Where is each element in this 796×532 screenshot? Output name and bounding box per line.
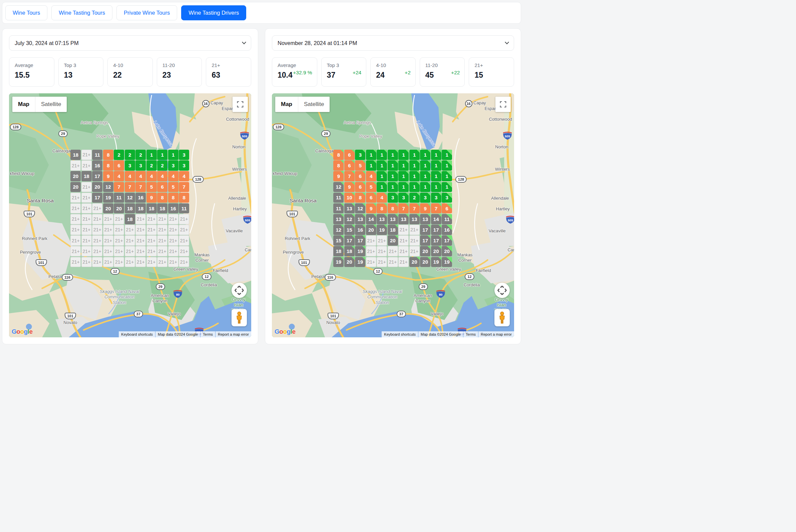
grid-cell[interactable]: 18 [388, 225, 398, 235]
grid-cell[interactable]: 12 [355, 203, 365, 214]
grid-cell[interactable]: 2 [157, 160, 167, 171]
fullscreen-button[interactable] [495, 97, 511, 112]
map-type-map-button[interactable]: Map [275, 97, 298, 112]
grid-cell[interactable]: 1 [157, 150, 167, 160]
tab-wine-tasting-tours[interactable]: Wine Tasting Tours [51, 5, 112, 20]
grid-cell[interactable]: 21+ [398, 225, 409, 235]
grid-cell[interactable]: 4 [377, 193, 387, 203]
grid-cell[interactable]: 17 [92, 193, 103, 203]
grid-cell[interactable]: 13 [333, 214, 344, 224]
grid-cell[interactable]: 21+ [377, 235, 387, 246]
report-map-error-link[interactable]: Report a map error [216, 331, 251, 337]
grid-cell[interactable]: 13 [344, 203, 355, 214]
grid-cell[interactable]: 4 [125, 171, 135, 181]
grid-cell[interactable]: 21+ [82, 160, 92, 171]
grid-cell[interactable]: 4 [157, 171, 167, 181]
grid-cell[interactable]: 19 [103, 193, 113, 203]
grid-cell[interactable]: 18 [82, 171, 92, 181]
grid-cell[interactable]: 1 [366, 160, 376, 171]
grid-cell[interactable]: 21+ [103, 246, 113, 256]
grid-cell[interactable]: 3 [125, 160, 135, 171]
grid-cell[interactable]: 1 [431, 160, 441, 171]
grid-cell[interactable]: 1 [398, 182, 409, 192]
grid-cell[interactable]: 21+ [82, 257, 92, 267]
grid-cell[interactable]: 21+ [157, 225, 167, 235]
grid-cell[interactable]: 21+ [114, 214, 124, 224]
grid-cell[interactable]: 1 [377, 160, 387, 171]
grid-cell[interactable]: 21+ [179, 246, 189, 256]
grid-cell[interactable]: 1 [409, 160, 420, 171]
pan-control[interactable] [232, 283, 247, 298]
terms-link[interactable]: Terms [200, 331, 215, 337]
grid-cell[interactable]: 19 [431, 257, 441, 267]
grid-cell[interactable]: 21+ [135, 257, 146, 267]
grid-cell[interactable]: 21+ [409, 246, 420, 256]
grid-cell[interactable]: 20 [92, 182, 103, 192]
grid-cell[interactable]: 1 [377, 150, 387, 160]
grid-cell[interactable]: 21+ [103, 225, 113, 235]
grid-cell[interactable]: 21+ [82, 182, 92, 192]
pegman-button[interactable] [232, 309, 247, 326]
grid-cell[interactable]: 2 [135, 150, 146, 160]
grid-cell[interactable]: 1 [388, 160, 398, 171]
grid-cell[interactable]: 9 [420, 203, 430, 214]
grid-cell[interactable]: 1 [377, 182, 387, 192]
grid-cell[interactable]: 18 [70, 150, 81, 160]
grid-cell[interactable]: 8 [179, 193, 189, 203]
grid-cell[interactable]: 8 [333, 150, 344, 160]
grid-cell[interactable]: 6 [157, 182, 167, 192]
grid-cell[interactable]: 11 [333, 203, 344, 214]
grid-cell[interactable]: 3 [442, 193, 452, 203]
grid-cell[interactable]: 11 [92, 150, 103, 160]
grid-cell[interactable]: 21+ [70, 203, 81, 214]
grid-cell[interactable]: 1 [388, 182, 398, 192]
grid-cell[interactable]: 3 [398, 193, 409, 203]
grid-cell[interactable]: 8 [103, 160, 113, 171]
grid-cell[interactable]: 21+ [125, 235, 135, 246]
grid-cell[interactable]: 21+ [125, 246, 135, 256]
grid-cell[interactable]: 8 [388, 203, 398, 214]
grid-cell[interactable]: 16 [355, 225, 365, 235]
grid-cell[interactable]: 21+ [92, 225, 103, 235]
grid-cell[interactable]: 12 [333, 182, 344, 192]
grid-cell[interactable]: 11 [442, 214, 452, 224]
map-type-satellite-button[interactable]: Satellite [298, 97, 330, 112]
grid-cell[interactable]: 19 [355, 257, 365, 267]
grid-cell[interactable]: 7 [135, 182, 146, 192]
grid-cell[interactable]: 21+ [114, 246, 124, 256]
grid-cell[interactable]: 19 [377, 225, 387, 235]
grid-cell[interactable]: 21+ [135, 246, 146, 256]
grid-cell[interactable]: 3 [179, 150, 189, 160]
grid-cell[interactable]: 21+ [70, 225, 81, 235]
tab-wine-tasting-drivers[interactable]: Wine Tasting Drivers [181, 5, 246, 20]
map-type-map-button[interactable]: Map [12, 97, 35, 112]
grid-cell[interactable]: 8 [333, 160, 344, 171]
grid-cell[interactable]: 21+ [70, 246, 81, 256]
grid-cell[interactable]: 6 [344, 160, 355, 171]
grid-cell[interactable]: 13 [388, 214, 398, 224]
grid-cell[interactable]: 16 [168, 203, 179, 214]
grid-cell[interactable]: 20 [431, 246, 441, 256]
grid-cell[interactable]: 21+ [168, 235, 179, 246]
grid-cell[interactable]: 12 [103, 182, 113, 192]
grid-cell[interactable]: 17 [92, 171, 103, 181]
grid-cell[interactable]: 14 [366, 214, 376, 224]
grid-cell[interactable]: 13 [398, 214, 409, 224]
grid-cell[interactable]: 21+ [135, 214, 146, 224]
grid-cell[interactable]: 21+ [82, 193, 92, 203]
grid-cell[interactable]: 13 [377, 214, 387, 224]
date-select-right[interactable]: November 28, 2024 at 01:14 PM [272, 35, 514, 51]
grid-cell[interactable]: 15 [333, 235, 344, 246]
grid-cell[interactable]: 17 [344, 235, 355, 246]
grid-cell[interactable]: 2 [409, 193, 420, 203]
tab-private-wine-tours[interactable]: Private Wine Tours [116, 5, 177, 20]
grid-cell[interactable]: 21+ [82, 225, 92, 235]
grid-cell[interactable]: 21+ [92, 257, 103, 267]
grid-cell[interactable]: 1 [168, 150, 179, 160]
grid-cell[interactable]: 21+ [179, 214, 189, 224]
grid-cell[interactable]: 1 [398, 171, 409, 181]
grid-cell[interactable]: 16 [442, 225, 452, 235]
grid-cell[interactable]: 21+ [146, 257, 157, 267]
grid-cell[interactable]: 9 [146, 193, 157, 203]
grid-cell[interactable]: 7 [114, 182, 124, 192]
